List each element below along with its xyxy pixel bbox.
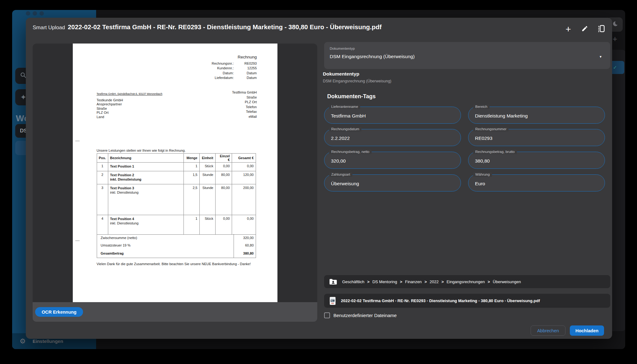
- invoice-recipient-block: Testkunde GmbH Ansprechpartner Straße PL…: [97, 98, 123, 119]
- cancel-button[interactable]: Abbrechen: [531, 325, 565, 336]
- pdf-file-icon: PDF: [330, 297, 336, 305]
- duplicate-button[interactable]: [597, 25, 605, 33]
- field-zahlungsart[interactable]: ZahlungsartÜberweisung: [324, 174, 461, 191]
- custom-filename-row: Benutzerdefinierter Dateiname: [324, 312, 397, 318]
- invoice-company-block: Testfirma GmbH Straße PLZ Ort Telefon Te…: [232, 90, 257, 119]
- breadcrumb-segment[interactable]: Überweisungen: [485, 279, 521, 284]
- edit-button[interactable]: [581, 25, 589, 33]
- file-row[interactable]: PDF 2022-02-02 Testfirma GmbH - RE-Nr. R…: [324, 294, 610, 308]
- modal-header: Smart Upload 2022-02-02 Testfirma GmbH -…: [33, 23, 382, 37]
- preview-footer: OCR Erkennung: [33, 302, 317, 322]
- pencil-icon: [581, 25, 588, 33]
- breadcrumb-segment[interactable]: Finanzen: [397, 279, 422, 284]
- modal-title-prefix: Smart Upload: [33, 25, 65, 31]
- settings-label[interactable]: Einstellungen: [33, 339, 63, 344]
- field-betrag-brutto[interactable]: Rechnungsbetrag, brutto380,80: [468, 152, 605, 169]
- modal-title-filename: 2022-02-02 Testfirma GmbH - RE-Nr. RE029…: [68, 23, 382, 31]
- fold-mark: [75, 141, 80, 141]
- check-icon: ✓: [613, 65, 617, 70]
- traffic-light-zoom[interactable]: [40, 11, 44, 16]
- gear-icon[interactable]: ⚙: [20, 337, 26, 345]
- breadcrumb-segment[interactable]: Geschäftlich: [342, 279, 365, 284]
- custom-filename-checkbox[interactable]: [324, 312, 330, 318]
- field-waehrung[interactable]: WährungEuro: [468, 174, 605, 191]
- breadcrumb-bar: Geschäftlich DS Mentoring Finanzen 2022 …: [324, 275, 610, 288]
- modal-actions: Abbrechen Hochladen: [531, 325, 604, 336]
- field-betrag-netto[interactable]: Rechnungsbetrag, netto320,00: [324, 152, 461, 169]
- table-row: 4 Text Position 4 inkl. Dienstleistung 1…: [97, 215, 256, 235]
- header-actions: +: [564, 25, 605, 33]
- tags-heading: Dokumenten-Tags: [327, 93, 376, 100]
- field-rechnungsnummer[interactable]: RechnungsnummerRE0293: [468, 129, 605, 146]
- shared-folder-icon: [329, 279, 337, 285]
- upload-button[interactable]: Hochladen: [570, 325, 604, 336]
- pdf-viewer[interactable]: Rechnung Rechnungsnr.:RE0293 Kundennr.:1…: [33, 44, 317, 302]
- field-lieferantenname[interactable]: LieferantennameTestfirma GmbH: [324, 107, 461, 124]
- select-label: Dokumententyp: [330, 47, 355, 50]
- copy-icon: [597, 25, 605, 34]
- breadcrumb-segment[interactable]: Eingangsrechnungen: [439, 279, 485, 284]
- select-value: DSM Eingangsrechnung (Überweisung): [330, 54, 415, 59]
- invoice-sender-line: Testfirma GmbH, Spindelbachstr.6, 93137 …: [97, 92, 162, 95]
- smart-upload-modal: Smart Upload 2022-02-02 Testfirma GmbH -…: [26, 18, 612, 339]
- file-name: 2022-02-02 Testfirma GmbH - RE-Nr. RE029…: [341, 298, 540, 303]
- breadcrumb-segment[interactable]: DS Mentoring: [365, 279, 397, 284]
- document-type-heading: Dokumententyp: [323, 71, 359, 77]
- invoice-meta: Rechnungsnr.:RE0293 Kundennr.:12255 Datu…: [197, 61, 257, 81]
- table-row: 1 Text Position 1 1 Stück 0,00 0,00: [97, 163, 256, 171]
- traffic-light-close[interactable]: [26, 11, 30, 16]
- add-button[interactable]: +: [564, 25, 572, 33]
- document-type-value: DSM Eingangsrechnung (Überweisung): [323, 79, 391, 83]
- table-row: 2 Text Position 2 inkl. Dienstleistung 1…: [97, 171, 256, 184]
- field-rechnungsdatum[interactable]: Rechnungsdatum2.2.2022: [324, 129, 461, 146]
- fold-mark: [75, 241, 80, 241]
- invoice-positions-table: Pos. Bezeichnung Menge Einheit Einzel € …: [97, 153, 256, 235]
- pdf-preview-panel: Rechnung Rechnungsnr.:RE0293 Kundennr.:1…: [33, 44, 317, 322]
- invoice-intro: Unsere Leistungen stellen wir Ihnen wie …: [97, 149, 186, 152]
- svg-text:PDF: PDF: [331, 303, 334, 304]
- traffic-light-minimize[interactable]: [33, 11, 37, 16]
- table-header-row: Pos. Bezeichnung Menge Einheit Einzel € …: [97, 154, 256, 163]
- moon-icon: [611, 21, 618, 29]
- invoice-totals: Zwischensumme (netto)320,00 Umsatzsteuer…: [97, 234, 256, 258]
- invoice-footer: Vielen Dank für die gute Zusammenarbeit.…: [97, 262, 251, 266]
- invoice-page: Rechnung Rechnungsnr.:RE0293 Kundennr.:1…: [73, 44, 277, 302]
- document-type-select[interactable]: Dokumententyp DSM Eingangsrechnung (Über…: [324, 42, 610, 69]
- breadcrumb: Geschäftlich DS Mentoring Finanzen 2022 …: [342, 279, 521, 284]
- invoice-title: Rechnung: [238, 55, 257, 59]
- chevron-down-icon: ▼: [599, 55, 602, 58]
- table-row: 3 Text Position 3 inkl. Dienstleistung 2…: [97, 184, 256, 215]
- ocr-button[interactable]: OCR Erkennung: [35, 307, 83, 317]
- field-bereich[interactable]: BereichDienstleistung Marketing: [468, 107, 605, 124]
- breadcrumb-segment[interactable]: 2022: [422, 279, 439, 284]
- custom-filename-label[interactable]: Benutzerdefinierter Dateiname: [333, 313, 397, 318]
